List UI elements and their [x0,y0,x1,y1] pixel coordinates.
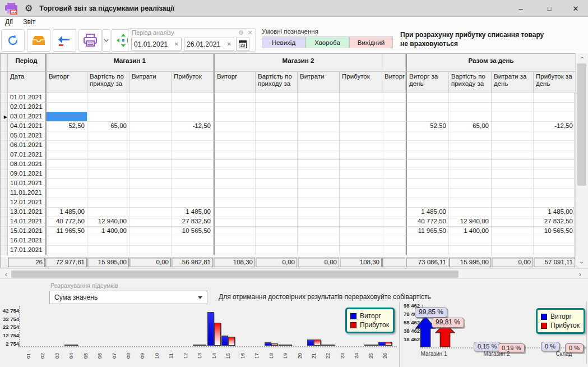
table-cell[interactable]: 02.01.2021 [8,103,45,112]
table-cell[interactable] [45,141,87,150]
table-cell[interactable] [492,217,534,227]
table-cell[interactable] [172,103,214,112]
table-cell[interactable] [87,198,129,208]
table-cell[interactable] [492,246,534,255]
table-cell[interactable]: 65,00 [449,122,492,131]
table-cell[interactable] [534,150,576,160]
scroll-down-button[interactable]: › [576,258,588,267]
table-cell[interactable] [492,198,534,208]
table-cell[interactable]: 12 940,00 [449,217,492,227]
scroll-up-button[interactable]: › [576,53,588,62]
table-cell[interactable] [45,103,87,112]
table-cell[interactable] [492,208,534,217]
table-cell[interactable] [256,227,298,236]
table-cell[interactable] [382,236,406,246]
table-cell[interactable]: -12,50 [534,122,576,131]
table-cell[interactable] [406,246,449,255]
table-cell[interactable] [382,160,406,169]
table-cell[interactable] [298,208,340,217]
table-cell[interactable] [298,189,340,198]
table-cell[interactable] [492,150,534,160]
table-cell[interactable] [492,93,534,103]
column-header[interactable]: Виторг за день [406,72,449,93]
row-marker[interactable] [1,169,8,179]
table-cell[interactable] [340,179,382,189]
table-cell[interactable] [406,169,449,179]
table-cell[interactable] [45,93,87,103]
table-cell[interactable] [45,236,87,246]
table-cell[interactable] [382,112,406,122]
table-cell[interactable] [534,103,576,112]
table-cell[interactable] [340,208,382,217]
table-cell[interactable] [256,150,298,160]
table-cell[interactable] [129,246,172,255]
table-cell[interactable] [298,103,340,112]
table-cell[interactable] [382,179,406,189]
table-cell[interactable] [129,236,172,246]
table-cell[interactable] [256,236,298,246]
table-cell[interactable] [45,246,87,255]
row-marker[interactable] [1,198,8,208]
row-marker[interactable] [1,236,8,246]
table-cell[interactable] [406,179,449,189]
table-cell[interactable] [172,141,214,150]
table-cell[interactable] [382,208,406,217]
table-cell[interactable]: 1 400,00 [87,227,129,236]
table-cell[interactable] [382,246,406,255]
table-cell[interactable] [298,112,340,122]
table-cell[interactable] [382,189,406,198]
column-header[interactable]: Виторг [214,72,256,93]
table-cell[interactable] [214,217,256,227]
table-cell[interactable] [45,150,87,160]
table-cell[interactable] [256,246,298,255]
table-cell[interactable] [382,141,406,150]
table-cell[interactable] [129,208,172,217]
table-cell[interactable] [449,246,492,255]
table-cell[interactable] [129,141,172,150]
table-cell[interactable]: 1 485,00 [406,208,449,217]
column-header[interactable]: Прибуток [172,72,214,93]
table-cell[interactable] [298,198,340,208]
table-cell[interactable] [298,236,340,246]
table-cell[interactable] [214,141,256,150]
table-cell[interactable] [534,93,576,103]
row-marker[interactable] [1,103,8,112]
table-cell[interactable] [492,179,534,189]
table-cell[interactable]: 27 832,50 [172,217,214,227]
table-cell[interactable] [298,246,340,255]
table-cell[interactable] [298,179,340,189]
row-marker[interactable] [1,160,8,169]
table-cell[interactable] [406,141,449,150]
table-cell[interactable] [256,160,298,169]
back-button[interactable] [53,29,76,52]
table-cell[interactable] [340,93,382,103]
table-cell[interactable]: 11 965,50 [45,227,87,236]
table-cell[interactable] [382,227,406,236]
table-cell[interactable] [45,112,87,122]
row-marker[interactable] [1,131,8,141]
row-marker[interactable] [1,141,8,150]
table-cell[interactable] [87,189,129,198]
table-cell[interactable] [87,131,129,141]
table-cell[interactable]: 14.01.2021 [8,217,45,227]
table-cell[interactable] [534,169,576,179]
table-cell[interactable] [492,189,534,198]
minimize-button[interactable]: – [511,0,530,17]
table-cell[interactable] [534,236,576,246]
refresh-button[interactable] [1,29,25,52]
table-cell[interactable] [492,236,534,246]
table-cell[interactable] [87,150,129,160]
column-header[interactable]: Виторг [45,72,87,93]
table-cell[interactable] [492,103,534,112]
table-cell[interactable] [129,131,172,141]
table-cell[interactable] [406,160,449,169]
table-cell[interactable] [129,198,172,208]
table-cell[interactable] [298,122,340,131]
table-cell[interactable] [298,227,340,236]
table-cell[interactable]: 10 565,50 [172,227,214,236]
table-cell[interactable] [172,160,214,169]
table-cell[interactable] [87,179,129,189]
table-cell[interactable] [298,160,340,169]
table-cell[interactable] [172,236,214,246]
table-cell[interactable]: 13.01.2021 [8,208,45,217]
